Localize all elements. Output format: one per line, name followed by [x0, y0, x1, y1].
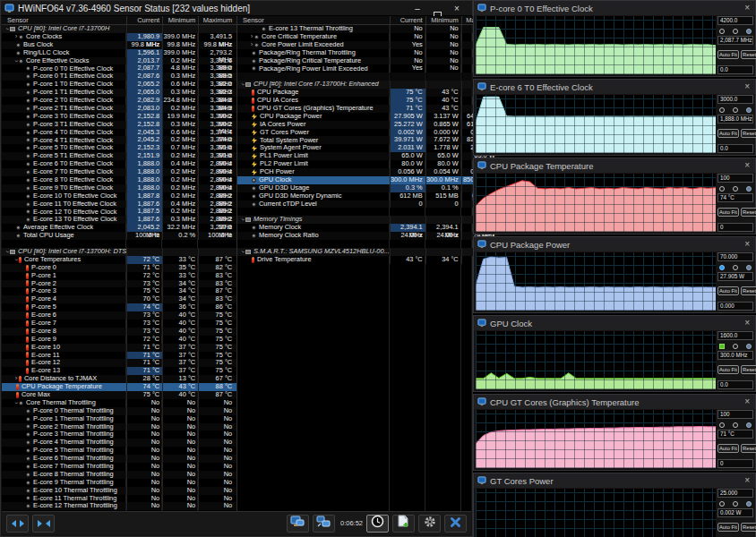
scale-radio[interactable]	[733, 344, 738, 349]
close-button[interactable]: ×	[447, 2, 467, 15]
sensor-row[interactable]: E-core 9 T0 Effective Clock1,888.0 MHz0.…	[2, 184, 236, 192]
scale-radio[interactable]	[719, 501, 725, 507]
collapse-icon[interactable]: ›	[239, 82, 247, 88]
sensor-row[interactable]: CPU IA Cores75 °C40 °C87 °C	[237, 97, 500, 105]
sensor-row[interactable]: E-core 673 °C40 °C75 °C	[2, 311, 236, 320]
close-icon[interactable]: ×	[744, 396, 750, 408]
reset-button[interactable]: Reset	[741, 444, 756, 453]
scale-max-input[interactable]: 70.000	[717, 252, 753, 261]
minimize-button[interactable]: –	[408, 2, 427, 15]
sensor-row[interactable]: CPU Package Temperature74 °C43 °C88 °C	[2, 383, 236, 391]
collapse-icon[interactable]: ›	[4, 249, 12, 254]
sensor-row[interactable]: P-core 071 °C35 °C82 °C	[2, 264, 236, 272]
graph-titlebar[interactable]: E-core 6 T0 Effective Clock×	[474, 80, 755, 94]
sensor-row[interactable]: P-core 2 T0 Effective Clock2,082.9 MHz23…	[2, 97, 236, 105]
sensor-row[interactable]: PL1 Power Limit65.0 W65.0 W65.0 W	[237, 152, 500, 160]
sensor-row[interactable]: P-core 3 T0 Effective Clock2,152.8 MHz19…	[2, 113, 236, 121]
column-header-sensor[interactable]: Sensor	[2, 16, 126, 24]
sensor-row[interactable]: Package/Ring Thermal ThrottlingNoNoNo	[237, 49, 500, 57]
sensor-row[interactable]: E-core 6 T0 Effective Clock1,888.0 MHz0.…	[2, 160, 236, 168]
graph-plot-area[interactable]	[476, 174, 716, 232]
collapse-icon[interactable]: ›	[239, 249, 247, 254]
sensor-row[interactable]: ›S.M.A.R.T.: SAMSUNG MZVL4512HBLU-00...	[237, 248, 500, 256]
sensor-row[interactable]: GPU Clock300.0 MHz300.0 MHz850.0 MHz	[237, 176, 500, 184]
sensor-row[interactable]: Memory Clock2,394.1 MHz2,394.1 MHz2,394.…	[237, 224, 500, 232]
report-button[interactable]	[392, 515, 415, 533]
sensor-row[interactable]: ›Core Critical TemperatureNoNoNo	[237, 33, 500, 41]
scale-radio[interactable]	[746, 501, 752, 507]
sensor-row[interactable]: ›Core Clocks1,980.9 MHz399.0 MHz3,491.5 …	[2, 33, 236, 41]
sensor-row[interactable]: Core Max75 °C40 °C87 °C	[2, 391, 236, 399]
sensor-row[interactable]: P-core 5 T0 Effective Clock2,152.3 MHz0.…	[2, 144, 236, 152]
column-header-current[interactable]: Current	[390, 16, 425, 24]
sensor-row[interactable]: P-core 1 Thermal ThrottlingNoNoNo	[2, 415, 236, 423]
scale-max-input[interactable]: 3000.0	[717, 95, 753, 104]
graph-plot-area[interactable]	[476, 410, 716, 468]
auto-fit-button[interactable]: Auto Fit	[717, 129, 739, 138]
column-header-current[interactable]: Current	[126, 16, 162, 24]
sensor-row[interactable]: ›CPU [#0]: Intel Core i7-13700H: DTS	[2, 248, 236, 256]
sensor-row[interactable]: E-core 1271 °C37 °C75 °C	[2, 359, 236, 367]
column-header-maximum[interactable]: Maximum	[198, 16, 236, 24]
sensor-row[interactable]: P-core 470 °C34 °C83 °C	[2, 295, 236, 303]
sensor-row[interactable]: ›Memory Timings	[237, 216, 500, 224]
reset-button[interactable]: Reset	[741, 50, 756, 59]
sensor-row[interactable]: P-core 273 °C34 °C83 °C	[2, 280, 236, 288]
sensor-row[interactable]: E-core 1371 °C37 °C75 °C	[2, 367, 236, 375]
sensor-row[interactable]: System Agent Power2.031 W1.778 W2.263 W	[237, 144, 500, 152]
scale-min-input[interactable]: 0.0	[717, 144, 753, 153]
sensor-row[interactable]: P-core 1 T0 Effective Clock2,065.2 MHz0.…	[2, 81, 236, 89]
sensor-row[interactable]: E-core 7 Thermal ThrottlingNoNoNo	[2, 463, 236, 471]
graph-plot-area[interactable]	[476, 252, 716, 311]
scale-min-input[interactable]: 0	[717, 459, 753, 468]
scale-radio[interactable]	[746, 265, 752, 270]
auto-fit-button[interactable]: Auto Fit	[717, 444, 739, 453]
sensor-row[interactable]: E-core 6 Thermal ThrottlingNoNoNo	[2, 455, 236, 463]
graph-titlebar[interactable]: CPU Package Power×	[474, 237, 755, 251]
scale-min-input[interactable]: 0.000	[717, 302, 753, 311]
sensor-row[interactable]: E-core 12 Thermal ThrottlingNoNoNo	[2, 502, 236, 510]
collapse-icon[interactable]: ›	[13, 400, 21, 405]
scale-radio[interactable]	[746, 107, 752, 113]
sensor-row[interactable]: P-core 4 Thermal ThrottlingNoNoNo	[2, 439, 236, 447]
sensor-transfer-button[interactable]	[313, 515, 335, 533]
scale-radio[interactable]	[719, 107, 725, 113]
reset-button[interactable]: Reset	[741, 523, 756, 532]
scale-radio[interactable]	[719, 422, 725, 428]
auto-fit-button[interactable]: Auto Fit	[717, 208, 739, 217]
sensor-row[interactable]: P-core 2 T1 Effective Clock2,083.0 MHz0.…	[2, 105, 236, 113]
sensor-row[interactable]: P-core 4 T0 Effective Clock2,045.3 MHz0.…	[2, 129, 236, 137]
sensor-row[interactable]: GPU D3D Memory Dynamic612 MB515 MB670 MB	[237, 192, 500, 200]
scale-min-input[interactable]: 0.0	[717, 65, 753, 74]
scale-radio[interactable]	[746, 29, 752, 34]
sensor-row[interactable]: ›CPU [#0]: Intel Core i7-13700H	[2, 25, 236, 33]
reset-button[interactable]: Reset	[741, 365, 756, 374]
graph-titlebar[interactable]: CPU Package Temperature×	[474, 158, 755, 173]
sensor-row[interactable]: CPU Package Power27.905 W3.137 W64.018 W	[237, 113, 500, 121]
settings-button[interactable]	[418, 515, 441, 533]
sensor-row[interactable]: E-core 13 T0 Effective Clock1,887.6 MHz0…	[2, 216, 236, 224]
scale-radio[interactable]	[719, 265, 725, 270]
graph-plot-area[interactable]	[476, 489, 716, 537]
column-header-minimum[interactable]: Minimum	[425, 16, 461, 24]
scale-radio[interactable]	[719, 344, 725, 349]
sensor-row[interactable]: E-core 7 T0 Effective Clock1,888.0 MHz0.…	[2, 168, 236, 176]
column-header-minimum[interactable]: Minimum	[162, 16, 198, 24]
sensor-row[interactable]: PCH Power0.056 W0.054 W0.058 W	[237, 168, 500, 176]
sensor-row[interactable]: IA Cores Power25.272 W0.865 W61.615 W	[237, 121, 500, 129]
sensor-row[interactable]: P-core 0 T0 Effective Clock2,087.7 MHz4.…	[2, 64, 236, 72]
sensor-row[interactable]: E-core 8 Thermal ThrottlingNoNoNo	[2, 471, 236, 479]
scale-max-input[interactable]: 1600.0	[717, 331, 753, 340]
scale-min-input[interactable]: 0	[717, 223, 753, 232]
collapse-icon[interactable]: ›	[4, 26, 12, 31]
reset-button[interactable]: Reset	[741, 208, 756, 217]
graph-titlebar[interactable]: CPU GT Cores (Graphics) Temperature×	[474, 395, 755, 409]
scale-radio[interactable]	[733, 422, 738, 428]
sensor-row[interactable]: ›CPU [#0]: Intel Core i7-13700H: Enhance…	[237, 81, 500, 89]
sensor-row[interactable]: E-core 1071 °C37 °C75 °C	[2, 344, 236, 352]
exit-button[interactable]	[444, 515, 467, 533]
sensor-row[interactable]: P-core 574 °C36 °C86 °C	[2, 303, 236, 311]
sensor-row[interactable]: GPU D3D Usage0.3 %0.1 %16.9 %	[237, 184, 500, 192]
remote-monitors-button[interactable]	[287, 515, 309, 533]
scale-max-input[interactable]: 4200.0	[717, 16, 753, 25]
